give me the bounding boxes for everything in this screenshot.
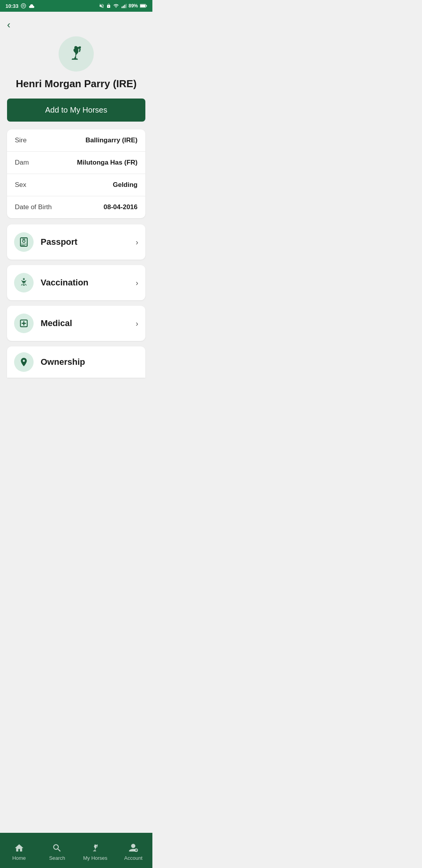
passport-label: Passport xyxy=(41,237,136,247)
ownership-icon-wrap xyxy=(14,352,34,372)
ownership-icon xyxy=(19,357,29,367)
sire-label: Sire xyxy=(15,136,27,144)
wifi-icon xyxy=(113,3,119,9)
horse-avatar xyxy=(59,36,94,72)
dam-row: Dam Milutonga Has (FR) xyxy=(7,152,145,174)
medical-icon-wrap xyxy=(14,314,34,333)
vaccination-label: Vaccination xyxy=(41,278,136,288)
dob-row: Date of Birth 08-04-2016 xyxy=(7,196,145,218)
sex-row: Sex Gelding xyxy=(7,174,145,196)
svg-rect-7 xyxy=(140,5,145,7)
sire-value: Ballingarry (IRE) xyxy=(86,136,138,144)
battery-percent: 89% xyxy=(129,3,138,9)
cloud-icon xyxy=(29,3,35,9)
horse-info-card: Sire Ballingarry (IRE) Dam Milutonga Has… xyxy=(7,129,145,218)
horse-silhouette-icon xyxy=(66,44,86,64)
sex-value: Gelding xyxy=(113,181,138,189)
vaccination-chevron: › xyxy=(136,278,138,287)
time: 10:33 xyxy=(5,3,18,9)
dob-value: 08-04-2016 xyxy=(104,203,138,211)
back-button[interactable]: ‹ xyxy=(7,17,11,32)
dob-label: Date of Birth xyxy=(15,203,52,211)
svg-rect-3 xyxy=(124,5,125,8)
svg-point-9 xyxy=(23,240,25,243)
svg-rect-1 xyxy=(122,7,122,8)
medical-card[interactable]: Medical › xyxy=(7,306,145,341)
passport-icon-wrap xyxy=(14,232,34,252)
lock-icon xyxy=(106,3,111,9)
status-right: 89% xyxy=(99,3,147,9)
signal-icon xyxy=(121,3,127,9)
vaccination-icon xyxy=(19,278,29,288)
status-bar: 10:33 89% xyxy=(0,0,152,12)
svg-rect-4 xyxy=(126,4,127,8)
dam-value: Milutonga Has (FR) xyxy=(77,159,138,167)
medical-icon xyxy=(19,318,29,328)
main-content: ‹ Henri Morgan Parry (IRE) Add to My Hor… xyxy=(0,12,152,421)
medical-label: Medical xyxy=(41,318,136,328)
vaccination-icon-wrap xyxy=(14,273,34,292)
ownership-label: Ownership xyxy=(41,357,85,367)
svg-rect-6 xyxy=(146,5,147,7)
horse-name: Henri Morgan Parry (IRE) xyxy=(7,78,145,90)
passport-icon xyxy=(19,237,29,247)
mute-icon xyxy=(99,3,104,9)
sire-row: Sire Ballingarry (IRE) xyxy=(7,129,145,152)
spotify-icon xyxy=(21,3,26,9)
passport-card[interactable]: Passport › xyxy=(7,224,145,260)
status-left: 10:33 xyxy=(5,3,35,9)
add-to-my-horses-button[interactable]: Add to My Horses xyxy=(7,99,145,122)
svg-point-0 xyxy=(21,4,26,8)
medical-chevron: › xyxy=(136,319,138,328)
vaccination-card[interactable]: Vaccination › xyxy=(7,265,145,300)
dam-label: Dam xyxy=(15,159,29,167)
passport-chevron: › xyxy=(136,238,138,247)
battery-icon xyxy=(140,4,147,8)
svg-rect-2 xyxy=(123,5,124,8)
sex-label: Sex xyxy=(15,181,26,189)
ownership-card-partial[interactable]: Ownership xyxy=(7,346,145,378)
horse-avatar-container xyxy=(7,36,145,72)
